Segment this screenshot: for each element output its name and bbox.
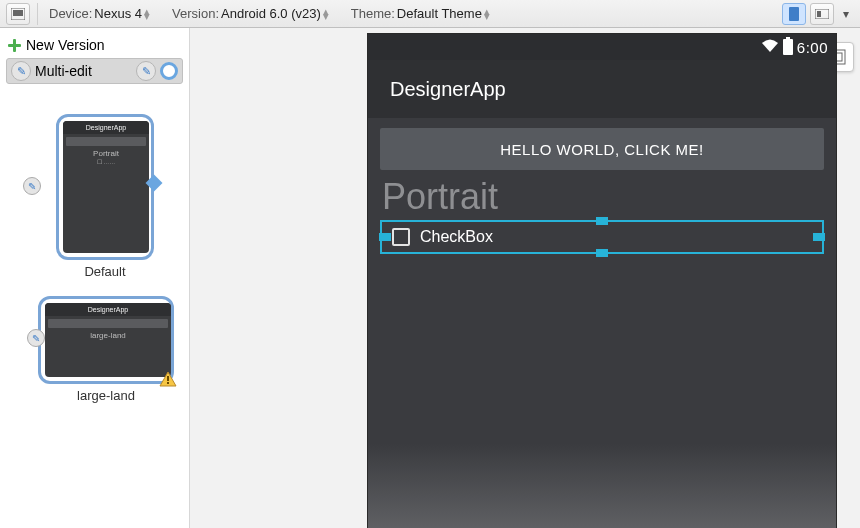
design-canvas[interactable]: 6:00 DesignerApp HELLO WORLD, CLICK ME! … [190, 28, 860, 528]
thumb-app-title: DesignerApp [63, 121, 149, 134]
version-label: Version: [172, 6, 219, 21]
pencil-icon[interactable]: ✎ [23, 177, 41, 195]
theme-dropdown[interactable]: Theme: Default Theme [347, 6, 494, 21]
checkbox-box-icon [392, 228, 410, 246]
thumb-inner-label: large-land [45, 331, 171, 340]
svg-rect-4 [817, 11, 821, 17]
wifi-icon [761, 39, 779, 56]
resize-handle-left[interactable] [379, 233, 391, 241]
device-label: Device: [49, 6, 92, 21]
record-ring-icon[interactable] [160, 62, 178, 80]
checkbox-widget-selected[interactable]: CheckBox [380, 220, 824, 254]
plus-icon [6, 37, 22, 53]
multi-edit-label: Multi-edit [35, 63, 92, 79]
top-toolbar: Device: Nexus 4 Version: Android 6.0 (v2… [0, 0, 860, 28]
preview-mode-icon[interactable] [6, 3, 30, 25]
orientation-portrait-button[interactable] [782, 3, 806, 25]
device-dropdown[interactable]: Device: Nexus 4 [45, 6, 154, 21]
config-thumb-default[interactable]: ✎ DesignerApp Portrait ☐ …… Default [50, 114, 160, 279]
hello-world-button-label: HELLO WORLD, CLICK ME! [500, 141, 704, 158]
theme-label: Theme: [351, 6, 395, 21]
thumb-checkbox: ☐ …… [63, 158, 149, 165]
warning-icon [159, 371, 177, 387]
hello-world-button[interactable]: HELLO WORLD, CLICK ME! [380, 128, 824, 170]
resize-handle-right[interactable] [813, 233, 825, 241]
pencil-icon[interactable]: ✎ [27, 329, 45, 347]
android-status-bar: 6:00 [368, 34, 836, 60]
new-version-button[interactable]: New Version [6, 32, 183, 58]
thumb-button [48, 319, 168, 328]
app-title: DesignerApp [390, 78, 506, 101]
svg-rect-1 [13, 10, 23, 16]
configurations-sidebar: New Version ✎ Multi-edit ✎ ✎ DesignerApp… [0, 28, 190, 528]
dropdown-caret-icon [484, 9, 494, 19]
resize-handle-top[interactable] [596, 217, 608, 225]
config-thumb-label: large-land [26, 388, 186, 403]
toolbar-separator [37, 3, 38, 25]
configuration-thumbnails: ✎ DesignerApp Portrait ☐ …… Default ✎ [6, 84, 183, 524]
orientation-landscape-button[interactable] [810, 3, 834, 25]
version-value: Android 6.0 (v23) [221, 6, 321, 21]
resize-handle-bottom[interactable] [596, 249, 608, 257]
thumb-app-title: DesignerApp [45, 303, 171, 316]
theme-value: Default Theme [397, 6, 482, 21]
device-preview: 6:00 DesignerApp HELLO WORLD, CLICK ME! … [368, 34, 836, 528]
svg-rect-6 [167, 376, 169, 381]
checkbox-label: CheckBox [420, 228, 493, 246]
multi-edit-row[interactable]: ✎ Multi-edit ✎ [6, 58, 183, 84]
svg-rect-2 [789, 7, 799, 21]
new-version-label: New Version [26, 37, 105, 53]
svg-rect-7 [167, 382, 169, 384]
device-value: Nexus 4 [94, 6, 142, 21]
config-thumb-large-land[interactable]: ✎ DesignerApp large-land large-land [26, 296, 186, 403]
config-thumb-label: Default [50, 264, 160, 279]
toolbar-more-dropdown[interactable]: ▾ [838, 3, 854, 25]
battery-icon [783, 39, 793, 55]
app-bar: DesignerApp [368, 60, 836, 118]
thumb-inner-label: Portrait [63, 149, 149, 158]
pencil-icon: ✎ [11, 61, 31, 81]
dropdown-caret-icon [144, 9, 154, 19]
status-time: 6:00 [797, 39, 828, 56]
edit-action-icon[interactable]: ✎ [136, 61, 156, 81]
textview-portrait[interactable]: Portrait [382, 176, 822, 218]
thumb-button [66, 137, 146, 146]
device-fade-overlay [368, 444, 836, 528]
dropdown-caret-icon [323, 9, 333, 19]
version-dropdown[interactable]: Version: Android 6.0 (v23) [168, 6, 333, 21]
